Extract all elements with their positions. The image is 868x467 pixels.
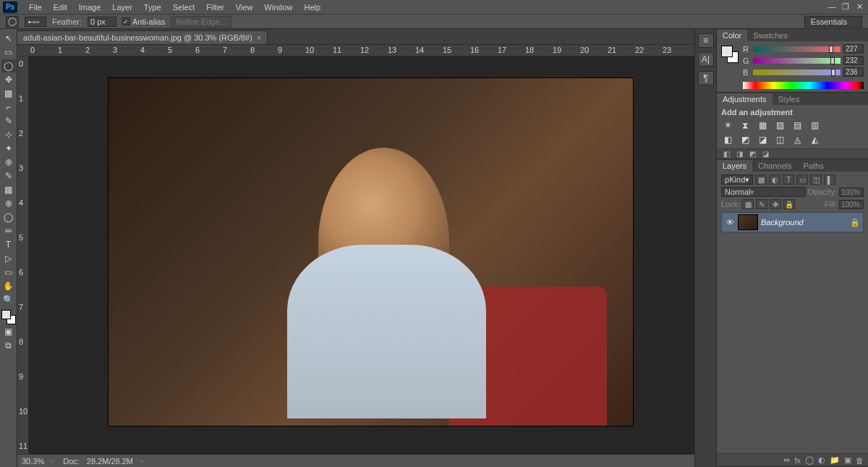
lasso-tool[interactable]: ◯ [1,59,16,72]
tab-color[interactable]: Color [717,30,747,41]
layer-name[interactable]: Background [761,218,847,227]
quickmask-tool[interactable]: ▣ [1,325,16,338]
adjustment-icon[interactable]: ☀ [721,119,734,131]
filter-shape-icon[interactable]: ▭ [796,174,808,185]
filter-adjust-icon[interactable]: ◐ [769,174,780,185]
lock-position-icon[interactable]: ✥ [770,199,781,209]
tab-layers[interactable]: Layers [717,160,752,172]
color-spectrum[interactable] [743,82,864,89]
adjustment-icon[interactable]: ▦ [756,119,769,131]
eyedropper-tool[interactable]: ⌐ [1,101,16,114]
menu-window[interactable]: Window [258,1,298,14]
adjustment-icon[interactable]: ◪ [756,134,769,146]
blend-mode-select[interactable]: Normal ▾ [721,187,806,197]
document-image[interactable] [109,78,633,426]
fill-input[interactable] [839,200,864,209]
path-tool[interactable]: ▷ [1,252,16,265]
canvas[interactable] [29,56,694,454]
visibility-icon[interactable]: 👁 [725,218,735,227]
menu-view[interactable]: View [230,1,259,14]
antialias-toggle[interactable]: ✓ Anti-alias [122,17,165,26]
adjustment-icon[interactable]: ◬ [791,134,804,146]
r-value[interactable] [843,44,864,54]
color-swatch-pair[interactable] [721,46,739,63]
type-tool[interactable]: T [1,238,16,251]
menu-type[interactable]: Type [138,1,167,14]
layer-thumbnail[interactable] [738,214,758,230]
layer-filter-kind[interactable]: ρ Kind ▾ [721,174,753,185]
character-panel-icon[interactable]: A| [698,52,714,67]
adjustment-icon[interactable]: ▥ [808,119,821,131]
gradient-tool[interactable]: ▩ [1,183,16,196]
close-button[interactable]: ✕ [854,2,865,12]
b-value[interactable] [843,67,864,77]
r-slider[interactable] [753,46,841,52]
adjustment-icon[interactable]: ▤ [791,119,804,131]
b-slider[interactable] [753,70,841,75]
g-slider[interactable] [753,58,841,64]
layer-mask-icon[interactable]: ◯ [805,455,814,465]
chevron-right-icon[interactable]: ▸ [140,456,145,466]
paragraph-panel-icon[interactable]: ¶ [698,71,714,85]
adj-footer-icon[interactable]: ◨ [734,150,744,158]
delete-layer-icon[interactable]: 🗑 [856,456,864,465]
close-icon[interactable]: × [257,33,261,42]
history-brush-tool[interactable]: ⊕ [1,156,16,169]
filter-smart-icon[interactable]: ◫ [810,174,822,185]
adjustment-icon[interactable]: ◧ [721,134,734,146]
layer-fx-icon[interactable]: fx [794,456,801,465]
menu-edit[interactable]: Edit [48,1,73,14]
dodge-tool[interactable]: ◯ [1,211,16,224]
adjustment-icon[interactable]: ◩ [739,134,752,146]
tab-styles[interactable]: Styles [773,93,806,105]
document-tab[interactable]: adult-asian-bar-beautiful-businesswoman.… [17,30,268,44]
adj-footer-icon[interactable]: ◩ [747,150,757,158]
foreground-color[interactable] [1,310,11,319]
opacity-input[interactable] [839,188,864,197]
crop-tool[interactable]: ▩ [1,87,16,100]
g-value[interactable] [843,56,864,65]
adjustment-icon[interactable]: ◭ [808,134,821,146]
adjustment-icon[interactable]: ◫ [773,134,786,146]
tab-adjustments[interactable]: Adjustments [717,93,773,105]
filter-pixel-icon[interactable]: ▩ [755,174,767,185]
adj-footer-icon[interactable]: ◪ [760,150,770,158]
link-layers-icon[interactable]: ⇔ [783,455,790,465]
eraser-tool[interactable]: ✎ [1,169,16,182]
workspace-switcher[interactable]: Essentials [804,16,862,28]
zoom-tool[interactable]: 🔍 [1,293,16,306]
adjustment-icon[interactable]: ▨ [773,119,786,131]
new-layer-icon[interactable]: ▣ [844,455,851,465]
selection-mode[interactable]: ▪▫▫▫ [25,17,46,27]
menu-filter[interactable]: Filter [200,1,229,14]
foreground-background-swatch[interactable] [1,310,16,324]
blur-tool[interactable]: ⊕ [1,197,16,210]
clone-stamp-tool[interactable]: ✦ [1,142,16,155]
chevron-right-icon[interactable]: ▸ [51,456,56,466]
adj-footer-icon[interactable]: ◧ [721,150,731,158]
lock-all-icon[interactable]: 🔒 [783,199,795,209]
menu-layer[interactable]: Layer [106,1,138,14]
brush-tool[interactable]: ⊹ [1,128,16,141]
menu-file[interactable]: File [23,1,48,14]
tab-channels[interactable]: Channels [752,160,797,172]
layer-row[interactable]: 👁 Background 🔒 [721,212,864,232]
shape-tool[interactable]: ▭ [1,266,16,279]
tab-swatches[interactable]: Swatches [747,30,793,41]
lock-transparency-icon[interactable]: ▩ [742,199,754,209]
history-panel-icon[interactable]: ≡ [698,33,714,48]
tab-paths[interactable]: Paths [798,160,830,172]
adjustment-icon[interactable]: ⧗ [739,119,752,131]
foreground-swatch[interactable] [721,46,733,57]
healing-tool[interactable]: ✎ [1,114,16,127]
menu-help[interactable]: Help [298,1,326,14]
lock-pixels-icon[interactable]: ✎ [756,199,767,209]
move-tool[interactable]: ↖ [1,32,16,45]
group-icon[interactable]: 📁 [830,455,840,465]
screenmode-tool[interactable]: ⧉ [1,339,16,352]
filter-toggle[interactable]: ▌ [824,174,835,185]
filter-type-icon[interactable]: T [783,174,794,185]
magic-wand-tool[interactable]: ✥ [1,73,16,86]
current-tool-icon[interactable]: ◯ [6,16,19,28]
hand-tool[interactable]: ✋ [1,279,16,293]
